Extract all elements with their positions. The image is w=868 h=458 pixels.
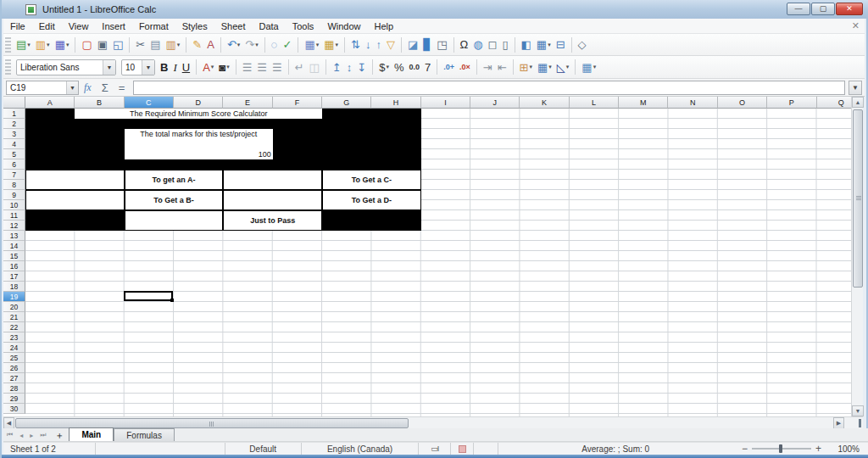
sort-button[interactable]: ⇅ <box>348 36 363 53</box>
add-sheet-button[interactable]: ＋ <box>49 429 69 441</box>
scroll-right-icon[interactable]: ▶ <box>833 417 844 429</box>
row-header-5[interactable]: 5 <box>3 149 25 159</box>
row-header-30[interactable]: 30 <box>3 404 25 414</box>
row-header-18[interactable]: 18 <box>3 282 25 292</box>
insert-mode-indicator[interactable]: ▭I <box>419 443 451 455</box>
borders-button[interactable]: ⊞▾ <box>517 59 535 75</box>
row-header-8[interactable]: 8 <box>3 180 25 190</box>
clone-formatting-button[interactable]: ✎ <box>190 36 204 53</box>
merge-cells-button[interactable]: ◫ <box>307 59 322 75</box>
chevron-down-icon[interactable]: ▾ <box>316 42 320 48</box>
zoom-slider[interactable] <box>752 448 811 450</box>
zoom-out-icon[interactable]: − <box>737 443 752 455</box>
delete-decimal-place-button[interactable]: .0× <box>457 59 473 75</box>
sort-descending-button[interactable]: ↑ <box>373 36 384 53</box>
wrap-text-button[interactable]: ↵ <box>292 59 307 75</box>
toolbar-grip[interactable] <box>5 37 11 53</box>
format-as-percent-button[interactable]: % <box>392 59 407 75</box>
split-window-button[interactable]: ⊟ <box>554 36 568 53</box>
insert-column-button[interactable]: ▦▾ <box>321 36 341 53</box>
row-header-29[interactable]: 29 <box>3 394 25 404</box>
special-character-button[interactable]: Ω <box>458 36 471 53</box>
score-d-input-cell[interactable] <box>223 190 322 210</box>
align-top-button[interactable]: ↥ <box>330 59 344 75</box>
minimize-button[interactable]: — <box>787 3 810 15</box>
row-header-21[interactable]: 21 <box>3 312 25 322</box>
row-header-1[interactable]: 1 <box>3 109 25 119</box>
save-button[interactable]: ▦▾ <box>53 36 72 53</box>
format-as-currency-button[interactable]: $▾ <box>376 59 392 75</box>
column-header-g[interactable]: G <box>322 97 371 109</box>
column-header-k[interactable]: K <box>520 97 569 109</box>
first-sheet-icon[interactable]: ⏮ <box>3 429 16 441</box>
row-header-27[interactable]: 27 <box>3 373 25 383</box>
chevron-down-icon[interactable]: ▾ <box>66 42 70 48</box>
row-header-26[interactable]: 26 <box>3 363 25 373</box>
highlighting-color-button[interactable]: ◙▾ <box>216 59 231 75</box>
add-decimal-place-button[interactable]: .0+ <box>441 59 457 75</box>
open-button[interactable]: ▥▾ <box>33 36 53 53</box>
function-wizard-icon[interactable]: fx <box>79 81 97 94</box>
chevron-down-icon[interactable]: ▾ <box>177 42 181 48</box>
sheet-tab-main[interactable]: Main <box>69 427 114 441</box>
expand-formula-bar-icon[interactable]: ▼ <box>849 81 862 95</box>
menu-edit[interactable]: Edit <box>32 20 62 33</box>
underline-button[interactable]: U <box>180 59 192 75</box>
format-as-date-button[interactable]: 7 <box>422 59 433 75</box>
chevron-down-icon[interactable]: ▾ <box>226 64 230 70</box>
paste-button[interactable]: ▥▾ <box>164 36 183 53</box>
chevron-down-icon[interactable]: ▼ <box>103 60 115 75</box>
insert-hyperlink-button[interactable]: ◍ <box>470 36 485 53</box>
grade-c-label-cell[interactable]: To Get a C- <box>322 170 421 190</box>
chevron-down-icon[interactable]: ▾ <box>386 64 389 70</box>
chevron-down-icon[interactable]: ▼ <box>66 81 78 94</box>
row-header-19[interactable]: 19 <box>3 292 25 302</box>
row-header-6[interactable]: 6 <box>3 159 25 170</box>
decrease-indent-button[interactable]: ⇤ <box>495 59 509 75</box>
menu-view[interactable]: View <box>62 20 96 33</box>
close-document-icon[interactable]: ✕ <box>852 20 860 31</box>
last-sheet-icon[interactable]: ⏭ <box>36 429 49 441</box>
menu-sheet[interactable]: Sheet <box>214 20 253 33</box>
column-header-c[interactable]: C <box>125 97 174 109</box>
row-header-14[interactable]: 14 <box>3 241 25 251</box>
row-header-25[interactable]: 25 <box>3 353 25 363</box>
grade-a-label-cell[interactable]: To get an A- <box>125 170 224 190</box>
insert-page-break-button[interactable]: ◧ <box>519 36 534 53</box>
font-name-combo[interactable]: Liberation Sans ▼ <box>16 59 116 75</box>
export-pdf-button[interactable]: ▢ <box>79 36 94 53</box>
total-marks-value-cell[interactable]: 100 <box>125 139 273 159</box>
row-header-17[interactable]: 17 <box>3 271 25 282</box>
sheet-tab-formulas[interactable]: Formulas <box>114 428 175 441</box>
formula-input[interactable] <box>133 81 845 95</box>
zoom-in-icon[interactable]: + <box>811 443 826 455</box>
row-header-4[interactable]: 4 <box>3 139 25 149</box>
zoom-slider-thumb[interactable] <box>779 444 782 453</box>
chevron-down-icon[interactable]: ▾ <box>47 42 50 48</box>
chevron-down-icon[interactable]: ▾ <box>255 42 259 48</box>
spelling-button[interactable]: ✓ <box>281 36 295 53</box>
scroll-left-icon[interactable]: ◀ <box>3 417 14 429</box>
chevron-down-icon[interactable]: ▾ <box>566 64 570 70</box>
column-header-o[interactable]: O <box>718 97 767 109</box>
select-all-corner[interactable] <box>3 97 25 109</box>
close-button[interactable]: ✕ <box>836 3 863 15</box>
print-button[interactable]: ▣ <box>95 36 110 53</box>
row-header-11[interactable]: 11 <box>3 210 25 221</box>
row-header-2[interactable]: 2 <box>3 119 25 129</box>
column-header-p[interactable]: P <box>767 97 816 109</box>
chevron-down-icon[interactable]: ▾ <box>548 64 552 70</box>
menu-format[interactable]: Format <box>132 20 175 33</box>
column-header-q[interactable]: Q <box>817 97 852 109</box>
border-style-button[interactable]: ▦▾ <box>535 59 554 75</box>
next-sheet-icon[interactable]: ▸ <box>26 429 36 441</box>
row-header-15[interactable]: 15 <box>3 251 25 261</box>
row-header-16[interactable]: 16 <box>3 261 25 271</box>
align-bottom-button[interactable]: ↧ <box>354 59 369 75</box>
chevron-down-icon[interactable]: ▾ <box>529 64 532 70</box>
split-window-handle[interactable] <box>859 419 861 427</box>
column-header-n[interactable]: N <box>668 97 717 109</box>
menu-styles[interactable]: Styles <box>175 20 214 33</box>
black-block-bottom-right[interactable] <box>322 210 421 231</box>
headers-and-footers-button[interactable]: ▯ <box>499 36 510 53</box>
